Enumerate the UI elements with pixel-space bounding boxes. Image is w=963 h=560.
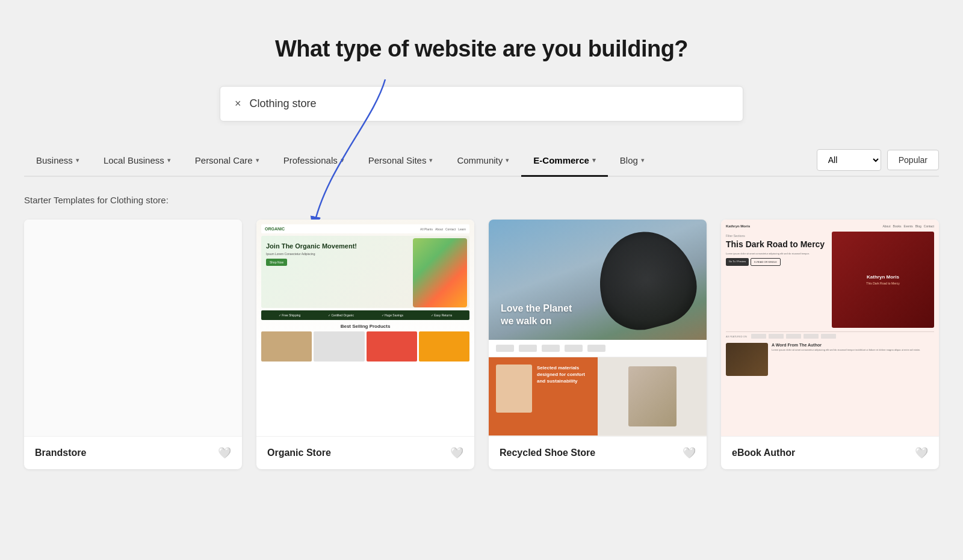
organic-products-image: [413, 238, 467, 307]
brand-logo-5: [587, 345, 605, 352]
ebook-book-cover: Kathryn Moris This Dark Road to Mercy: [832, 232, 934, 328]
chevron-down-icon: ▾: [256, 156, 259, 164]
nav-filters: All Popular New Free Premium Popular: [817, 149, 939, 171]
template-footer-shoe: Recycled Shoe Store 🤍: [489, 436, 707, 469]
organic-hero-sub: Ipsum Lorem Consectetur Adipiscing: [266, 252, 376, 256]
ebook-cover-subtitle: This Dark Road to Mercy: [866, 282, 899, 285]
favorite-icon-shoe[interactable]: 🤍: [683, 446, 696, 460]
template-thumbnail-shoe: PREMIUM Love the Planetwe walk on: [489, 220, 707, 436]
search-input-value[interactable]: Clothing store: [250, 97, 728, 110]
favorite-icon-organic[interactable]: 🤍: [450, 446, 463, 460]
product-item-4: [419, 331, 469, 362]
starter-templates-label: Starter Templates for Clothing store:: [24, 195, 939, 205]
featured-logo-2: [769, 334, 784, 339]
product-item-3: [367, 331, 417, 362]
tab-blog-label: Blog: [620, 155, 638, 165]
brand-logo-3: [542, 345, 560, 352]
favorite-icon-brandstore[interactable]: 🤍: [218, 446, 231, 460]
brand-logo-1: [496, 345, 514, 352]
tab-local-business-label: Local Business: [104, 155, 164, 165]
template-card-brandstore[interactable]: Brandstore 🤍: [24, 220, 242, 469]
tab-community-label: Community: [457, 155, 503, 165]
ebook-word-desc: Lorem ipsum dolor sit amet consectetur a…: [772, 348, 934, 352]
popular-filter-button[interactable]: Popular: [887, 150, 939, 170]
featured-logo-1: [751, 334, 766, 339]
featured-logo-4: [804, 334, 819, 339]
tab-personal-sites[interactable]: Personal Sites ▾: [356, 146, 445, 177]
tab-professionals-label: Professionals: [283, 155, 338, 165]
template-thumbnail-ebook: Kathryn Moris AboutBooksEventsBlogContac…: [721, 220, 939, 436]
templates-grid: Brandstore 🤍 ORGANIC All PlantsAboutCont…: [24, 220, 939, 469]
product-item-2: [314, 331, 364, 362]
tab-personal-care-label: Personal Care: [195, 155, 253, 165]
shoe-bottom-section: Selected materialsdesigned for comfortan…: [489, 357, 707, 435]
organic-logo: ORGANIC: [265, 227, 285, 231]
template-name-ebook: eBook Author: [732, 448, 795, 458]
template-footer-brandstore: Brandstore 🤍: [24, 436, 242, 469]
nav-tabs-wrapper: Business ▾ Local Business ▾ Personal Car…: [24, 146, 939, 177]
ebook-buttons: Go To / Preview E-READ OR KINDLE: [726, 258, 828, 266]
tab-blog[interactable]: Blog ▾: [608, 146, 657, 177]
nav-tabs: Business ▾ Local Business ▾ Personal Car…: [24, 146, 817, 176]
tab-local-business[interactable]: Local Business ▾: [91, 146, 183, 177]
tab-business-label: Business: [36, 155, 73, 165]
search-clear-button[interactable]: ×: [235, 97, 241, 110]
tab-ecommerce[interactable]: E-Commerce ▾: [521, 146, 608, 177]
search-bar: × Clothing store: [220, 86, 743, 122]
ebook-word-section: A Word From The Author Lorem ipsum dolor…: [726, 343, 934, 376]
template-card-organic-store[interactable]: ORGANIC All PlantsAboutContactLearn Join…: [256, 220, 474, 469]
template-card-ebook[interactable]: Kathryn Moris AboutBooksEventsBlogContac…: [721, 220, 939, 469]
ebook-hero: Filter Sections This Dark Road to Mercy …: [726, 232, 934, 328]
tab-professionals[interactable]: Professionals ▾: [271, 146, 356, 177]
organic-nav: All PlantsAboutContactLearn: [420, 227, 466, 231]
ebook-subtitle: Filter Sections: [726, 234, 828, 238]
chevron-down-icon: ▾: [641, 156, 645, 164]
ebook-kindle-button[interactable]: E-READ OR KINDLE: [751, 258, 781, 266]
ebook-preview-button[interactable]: Go To / Preview: [726, 258, 749, 266]
filter-all-select[interactable]: All Popular New Free Premium: [817, 149, 881, 171]
organic-banner: ✓ Free Shipping ✓ Certified Organic ✓ Hu…: [261, 310, 469, 320]
template-footer-organic: Organic Store 🤍: [256, 436, 474, 469]
organic-section-title: Best Selling Products: [261, 324, 469, 329]
tab-business[interactable]: Business ▾: [24, 146, 91, 177]
template-thumbnail-organic: ORGANIC All PlantsAboutContactLearn Join…: [256, 220, 474, 436]
brand-logo-4: [565, 345, 583, 352]
template-card-shoe-store[interactable]: PREMIUM Love the Planetwe walk on: [489, 220, 707, 469]
template-thumbnail-brandstore: [24, 220, 242, 436]
shoe-hero-text: Love the Planetwe walk on: [489, 303, 572, 328]
page-title: What type of website are you building?: [24, 36, 939, 62]
organic-shop-btn: Shop Now: [266, 259, 287, 266]
chevron-down-icon: ▾: [167, 156, 171, 164]
ebook-author-name: Kathryn Moris: [726, 224, 750, 228]
ebook-text: Filter Sections This Dark Road to Mercy …: [726, 232, 828, 328]
chevron-down-icon: ▾: [429, 156, 433, 164]
template-name-shoe: Recycled Shoe Store: [500, 448, 595, 458]
brand-logo-2: [519, 345, 537, 352]
shoe-hero: Love the Planetwe walk on: [489, 220, 707, 340]
ebook-description: Lorem ipsum dolor sit amet consectetur a…: [726, 252, 828, 256]
ebook-word-title: A Word From The Author: [772, 343, 934, 347]
tab-personal-care[interactable]: Personal Care ▾: [183, 146, 271, 177]
template-footer-ebook: eBook Author 🤍: [721, 436, 939, 469]
ebook-featured-logos: AS FEATURED ON: [726, 331, 934, 340]
shoe-product-image: [587, 221, 705, 339]
product-item-1: [261, 331, 312, 362]
ebook-header: Kathryn Moris AboutBooksEventsBlogContac…: [726, 224, 934, 228]
organic-hero: Join The Organic Movement! Ipsum Lorem C…: [261, 236, 469, 308]
shoe-product-small-image: [496, 365, 532, 413]
template-name-organic: Organic Store: [267, 448, 331, 458]
tab-community[interactable]: Community ▾: [445, 146, 521, 177]
chevron-down-icon: ▾: [506, 156, 509, 164]
ebook-nav: AboutBooksEventsBlogContact: [882, 224, 934, 228]
tab-personal-sites-label: Personal Sites: [368, 155, 427, 165]
ebook-cover-author: Kathryn Moris: [867, 274, 899, 280]
chevron-down-icon: ▾: [76, 156, 79, 164]
featured-logo-3: [786, 334, 801, 339]
favorite-icon-ebook[interactable]: 🤍: [915, 446, 928, 460]
shoe-material-text: Selected materialsdesigned for comfortan…: [537, 365, 585, 385]
ebook-author-image: [726, 343, 768, 376]
organic-hero-title: Join The Organic Movement!: [266, 242, 376, 250]
featured-logo-5: [821, 334, 836, 339]
organic-products-grid: [261, 331, 469, 362]
shoe-orange-section: Selected materialsdesigned for comfortan…: [489, 357, 598, 435]
